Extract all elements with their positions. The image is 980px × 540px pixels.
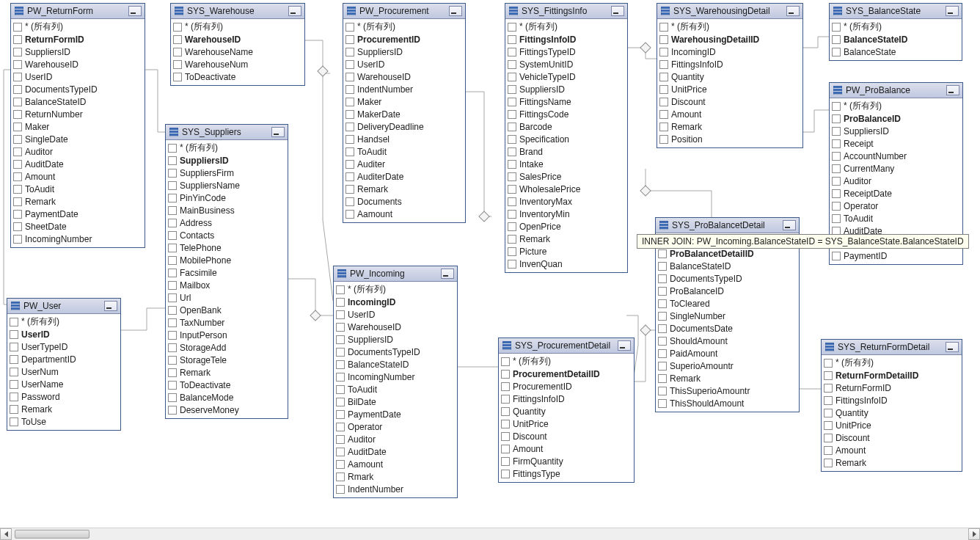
checkbox[interactable] — [13, 160, 22, 169]
column-row[interactable]: AccountNumber — [832, 150, 960, 162]
table-window[interactable]: SYS_FittingsInfo* (所有列)FittingsInfoIDFit… — [505, 3, 628, 273]
column-row[interactable]: Aamount — [345, 208, 463, 220]
column-row[interactable]: ToDeactivate — [173, 70, 302, 83]
column-row[interactable]: Remark — [508, 233, 625, 245]
checkbox[interactable] — [508, 147, 516, 156]
column-row[interactable]: SingleNumber — [658, 310, 797, 322]
column-row[interactable]: FittingsInfoID — [824, 394, 959, 406]
column-row[interactable]: Url — [168, 291, 285, 304]
table-window[interactable]: SYS_ProcurementDetail* (所有列)ProcurementD… — [498, 338, 635, 483]
checkbox[interactable] — [508, 85, 516, 94]
checkbox[interactable] — [13, 35, 22, 44]
table-window[interactable]: PW_Incoming* (所有列)IncomingIDUserIDWareho… — [333, 266, 458, 498]
checkbox[interactable] — [13, 60, 22, 69]
column-row[interactable]: FittingsCode — [508, 108, 625, 120]
column-row[interactable]: WarehousingDetailID — [659, 33, 800, 45]
table-window[interactable]: PW_User* (所有列)UserIDUserTypeIDDepartment… — [7, 298, 121, 431]
column-row[interactable]: UserNum — [10, 365, 118, 378]
table-window[interactable]: SYS_Warehouse* (所有列)WarehouseIDWarehouse… — [170, 3, 305, 86]
column-row[interactable]: OpenBank — [168, 304, 285, 316]
column-row[interactable]: ThisShouldAmount — [658, 397, 797, 409]
checkbox[interactable] — [824, 434, 833, 442]
checkbox[interactable] — [658, 299, 667, 308]
minimize-button[interactable] — [441, 269, 454, 279]
column-row[interactable]: Discount — [824, 431, 959, 444]
checkbox[interactable] — [508, 35, 516, 44]
checkbox[interactable] — [336, 423, 345, 431]
checkbox[interactable] — [173, 48, 182, 56]
minimize-button[interactable] — [618, 340, 631, 351]
column-row[interactable]: SuppliersID — [832, 125, 960, 137]
checkbox[interactable] — [658, 262, 667, 271]
column-row[interactable]: WarehouseID — [173, 33, 302, 45]
column-all-row[interactable]: * (所有列) — [659, 21, 800, 33]
table-header[interactable]: SYS_FittingsInfo — [505, 4, 627, 19]
column-row[interactable]: UserID — [345, 58, 463, 70]
column-row[interactable]: Address — [168, 216, 285, 229]
minimize-button[interactable] — [104, 301, 117, 311]
checkbox[interactable] — [824, 409, 833, 417]
column-row[interactable]: SuppliersID — [508, 83, 625, 95]
checkbox[interactable] — [824, 359, 833, 368]
checkbox[interactable] — [832, 35, 841, 44]
column-row[interactable]: ReturnFormID — [824, 382, 959, 394]
column-row[interactable]: IndentNumber — [345, 83, 463, 95]
checkbox[interactable] — [832, 139, 841, 148]
checkbox[interactable] — [501, 457, 510, 466]
checkbox[interactable] — [173, 35, 182, 44]
column-row[interactable]: PaidAmount — [658, 347, 797, 360]
column-row[interactable]: Position — [659, 133, 800, 145]
column-row[interactable]: SuppliersID — [336, 333, 455, 346]
checkbox[interactable] — [508, 110, 516, 119]
column-row[interactable]: ToCleared — [658, 297, 797, 310]
column-row[interactable]: Quantity — [501, 405, 632, 417]
checkbox[interactable] — [345, 135, 354, 144]
checkbox[interactable] — [13, 235, 22, 244]
checkbox[interactable] — [336, 410, 345, 419]
table-header[interactable]: SYS_WarehousingDetail — [657, 4, 802, 19]
checkbox[interactable] — [168, 231, 177, 240]
column-row[interactable]: UserName — [10, 378, 118, 390]
checkbox[interactable] — [659, 60, 668, 69]
checkbox[interactable] — [168, 306, 177, 315]
minimize-button[interactable] — [288, 6, 301, 16]
column-row[interactable]: Remark — [658, 372, 797, 384]
column-row[interactable]: ReceiptDate — [832, 187, 960, 200]
checkbox[interactable] — [345, 172, 354, 181]
column-row[interactable]: Password — [10, 390, 118, 403]
checkbox[interactable] — [168, 381, 177, 390]
table-header[interactable]: PW_User — [7, 299, 120, 314]
column-row[interactable]: ReturnFormDetailID — [824, 369, 959, 382]
column-row[interactable]: MainBusiness — [168, 204, 285, 216]
table-header[interactable]: PW_Incoming — [334, 266, 457, 282]
checkbox[interactable] — [508, 60, 516, 69]
minimize-button[interactable] — [128, 6, 142, 16]
checkbox[interactable] — [345, 185, 354, 194]
column-row[interactable]: Picture — [508, 245, 625, 258]
column-row[interactable]: Amount — [659, 108, 800, 120]
column-row[interactable]: Amount — [13, 170, 142, 183]
column-row[interactable]: DocumentsTypeID — [336, 346, 455, 358]
checkbox[interactable] — [10, 380, 18, 389]
checkbox[interactable] — [508, 235, 516, 244]
checkbox[interactable] — [168, 318, 177, 327]
column-row[interactable]: ShouldAmount — [658, 335, 797, 347]
column-row[interactable]: ProcurementID — [345, 33, 463, 45]
checkbox[interactable] — [832, 23, 841, 32]
checkbox[interactable] — [658, 337, 667, 346]
checkbox[interactable] — [168, 244, 177, 252]
checkbox[interactable] — [168, 181, 177, 190]
checkbox[interactable] — [824, 396, 833, 405]
column-row[interactable]: BalanceStateID — [658, 260, 797, 272]
column-all-row[interactable]: * (所有列) — [173, 21, 302, 33]
checkbox[interactable] — [501, 470, 510, 478]
column-row[interactable]: Discount — [659, 95, 800, 108]
column-row[interactable]: UserID — [10, 328, 118, 340]
checkbox[interactable] — [832, 214, 841, 223]
column-all-row[interactable]: * (所有列) — [13, 21, 142, 33]
checkbox[interactable] — [508, 23, 516, 32]
column-row[interactable]: IncomingID — [659, 45, 800, 58]
checkbox[interactable] — [168, 144, 177, 153]
checkbox[interactable] — [173, 60, 182, 69]
checkbox[interactable] — [501, 382, 510, 391]
